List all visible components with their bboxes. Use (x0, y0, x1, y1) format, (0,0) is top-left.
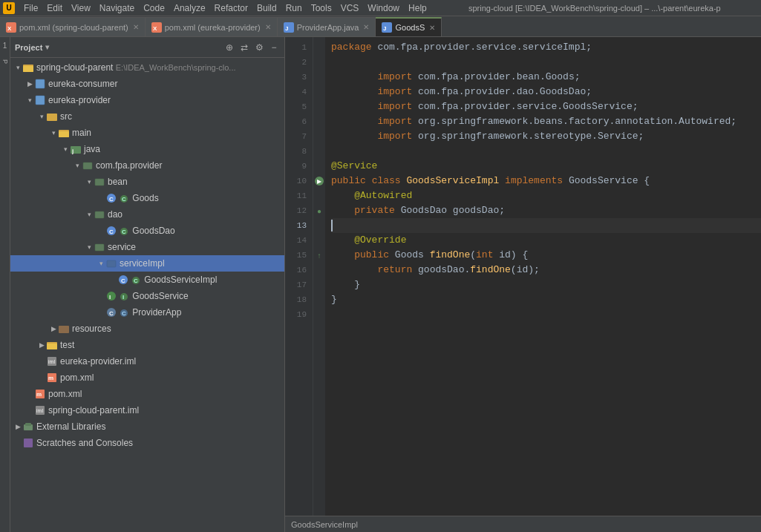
gutter-13 (313, 218, 325, 233)
menu-run[interactable]: Run (281, 0, 307, 16)
code-line-10: public class GoodsServiceImpl implements… (331, 174, 761, 188)
panel-header: Project ▾ ⊕ ⇄ ⚙ − (10, 37, 284, 58)
tree-item-service[interactable]: ▾ service (10, 239, 284, 255)
menu-analyze[interactable]: Analyze (169, 0, 210, 16)
tree-item-goodsservice[interactable]: I I GoodsService (10, 288, 284, 304)
tab-close-provider-app[interactable]: ✕ (363, 23, 369, 31)
sidebar-project-icon[interactable]: 1 (0, 40, 10, 50)
tab-provider-app[interactable]: J ProviderApp.java ✕ (278, 17, 376, 36)
svg-rect-18 (95, 179, 104, 185)
panel-action-add[interactable]: ⊕ (223, 42, 235, 53)
menu-edit[interactable]: Edit (42, 0, 67, 16)
tree-item-external-libs[interactable]: ▶ External Libraries (10, 418, 284, 435)
arrow-service: ▾ (85, 243, 94, 251)
tree-label-pom-parent: pom.xml (48, 389, 82, 399)
project-panel: Project ▾ ⊕ ⇄ ⚙ − ▾ sp (10, 37, 285, 532)
menu-vcs[interactable]: VCS (336, 0, 364, 16)
code-editor[interactable]: package com.fpa.provider.service.service… (325, 37, 761, 516)
tab-close-pom-parent[interactable]: ✕ (133, 23, 139, 31)
iml-icon-parent: iml (34, 404, 46, 416)
line-num-19: 19 (285, 307, 313, 322)
tree-item-providerapp[interactable]: C C ProviderApp (10, 304, 284, 321)
tree-item-eureka-provider[interactable]: ▾ eureka-provider (10, 92, 284, 108)
tree-item-scratches[interactable]: Scratches and Consoles (10, 435, 284, 451)
tree-item-src[interactable]: ▾ src (10, 108, 284, 125)
gutter-4 (313, 85, 325, 99)
panel-actions: ⊕ ⇄ ⚙ − (223, 42, 280, 53)
line-num-16: 16 (285, 263, 313, 278)
tree-item-goods[interactable]: C C Goods (10, 190, 284, 206)
panel-action-sync[interactable]: ⇄ (238, 42, 250, 53)
line-num-10: 10 (285, 174, 313, 188)
tree-label-service: service (108, 242, 136, 252)
tree-item-root[interactable]: ▾ spring-cloud-parent E:\IDEA_WorkBench\… (10, 59, 284, 76)
folder-icon-test (46, 339, 58, 351)
tree-item-eureka-iml[interactable]: iml eureka-provider.iml (10, 353, 284, 370)
menu-navigate[interactable]: Navigate (95, 0, 139, 16)
tree-item-goodsdao[interactable]: C C GoodsDao (10, 223, 284, 239)
code-line-15: public Goods findOne(int id) { (331, 248, 761, 263)
line-num-9: 9 (285, 159, 313, 174)
tree-item-com-fpa[interactable]: ▾ com.fpa.provider (10, 157, 284, 174)
tree-label-scratches: Scratches and Consoles (36, 438, 133, 448)
line-numbers: 1 2 3 4 5 6 7 8 9 10 11 12 13 14 15 16 1 (285, 37, 313, 516)
tab-pom-parent[interactable]: X pom.xml (spring-cloud-parent) ✕ (0, 17, 146, 36)
main-layout: 1 P Project ▾ ⊕ ⇄ ⚙ − ▾ (0, 37, 761, 532)
panel-action-minimize[interactable]: − (268, 42, 280, 53)
menu-refactor[interactable]: Refactor (210, 0, 252, 16)
tree-label-external-libs: External Libraries (36, 421, 105, 432)
menu-window[interactable]: Window (363, 0, 404, 16)
arrow-resources: ▶ (49, 325, 58, 332)
module-icon-provider (34, 94, 46, 106)
gutter-3 (313, 70, 325, 85)
line-num-3: 3 (285, 70, 313, 85)
tree-item-dao[interactable]: ▾ dao (10, 206, 284, 223)
tree-label-consumer: eureka-consumer (48, 79, 117, 89)
gutter-2 (313, 55, 325, 70)
tree-item-resources[interactable]: ▶ resources (10, 321, 284, 337)
tab-close-goods-service[interactable]: ✕ (429, 24, 435, 32)
sidebar-icon-2[interactable]: P (0, 56, 10, 67)
package-icon-serviceimpl (105, 257, 117, 269)
run-icon-line10[interactable]: ▶ (315, 177, 324, 185)
xml-icon-pom-parent: m (34, 388, 46, 400)
tab-pom-eureka[interactable]: X pom.xml (eureka-provider) ✕ (146, 17, 278, 36)
svg-text:C: C (122, 310, 126, 317)
svg-rect-12 (47, 114, 57, 121)
svg-rect-29 (107, 260, 116, 267)
tree-item-bean[interactable]: ▾ bean (10, 174, 284, 190)
code-line-5: import com.fpa.provider.service.GoodsSer… (331, 99, 761, 114)
svg-text:iml: iml (48, 359, 55, 364)
menu-file[interactable]: File (19, 0, 42, 16)
svg-text:J: J (285, 25, 288, 32)
tree-item-eureka-consumer[interactable]: ▶ eureka-consumer (10, 76, 284, 92)
tab-goods-service-impl[interactable]: J GoodsS ✕ (376, 17, 442, 36)
svg-text:C: C (122, 229, 126, 235)
tab-close-pom-eureka[interactable]: ✕ (265, 23, 271, 31)
tree-item-java[interactable]: ▾ j java (10, 141, 284, 157)
code-line-12: private GoodsDao goodsDao; (331, 203, 761, 218)
menu-view[interactable]: View (67, 0, 95, 16)
tree-item-test[interactable]: ▶ test (10, 337, 284, 353)
gutter-18 (313, 292, 325, 307)
tree-item-main[interactable]: ▾ main (10, 125, 284, 141)
tab-bar: X pom.xml (spring-cloud-parent) ✕ X pom.… (0, 16, 761, 37)
menu-build[interactable]: Build (252, 0, 281, 16)
menu-bar: U File Edit View Navigate Code Analyze R… (0, 0, 761, 16)
tree-item-parent-iml[interactable]: iml spring-cloud-parent.iml (10, 402, 284, 418)
svg-text:X: X (7, 25, 12, 32)
tree-item-serviceimpl[interactable]: ▾ serviceImpl (10, 255, 284, 272)
arrow-main: ▾ (49, 129, 58, 137)
tree-item-goodsserviceimpl[interactable]: C C GoodsServiceImpl (10, 272, 284, 288)
tree-item-pom-parent[interactable]: m pom.xml (10, 386, 284, 402)
tree-item-pom-eureka[interactable]: m pom.xml (10, 370, 284, 386)
editor-area: 1 2 3 4 5 6 7 8 9 10 11 12 13 14 15 16 1 (285, 37, 761, 532)
menu-tools[interactable]: Tools (307, 0, 336, 16)
menu-code[interactable]: Code (139, 0, 169, 16)
line-num-12: 12 (285, 203, 313, 218)
svg-rect-9 (23, 66, 33, 72)
dropdown-icon[interactable]: ▾ (45, 43, 49, 51)
line-num-4: 4 (285, 85, 313, 99)
panel-action-settings[interactable]: ⚙ (253, 42, 265, 53)
menu-help[interactable]: Help (404, 0, 431, 16)
